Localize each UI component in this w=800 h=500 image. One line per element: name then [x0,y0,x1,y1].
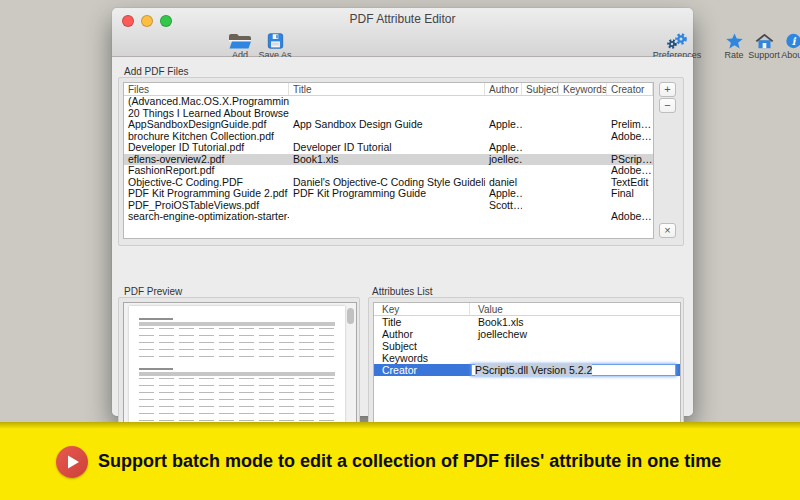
table-row[interactable]: PDF_ProiOSTableViews.pdfScott… [124,200,653,212]
table-row[interactable]: brochure Kitchen Collection.pdfAdobe… [124,131,653,143]
add-file-button[interactable]: + [659,82,676,97]
creator-value-field[interactable]: PScript5.dll Version 5.2.2 [471,364,676,376]
gears-icon [648,33,706,49]
play-icon [56,446,88,478]
add-button[interactable]: Add [226,33,254,60]
preview-scrollbar-thumb[interactable] [347,308,354,324]
pdf-page-table-2 [139,368,335,424]
play-button[interactable] [56,446,88,478]
files-panel-title: Add PDF Files [124,66,188,77]
preferences-button[interactable]: Preferences [648,33,706,60]
attribute-row[interactable]: Subject [374,340,680,352]
attributes-table[interactable]: Key Value Title Book1.xls Author joellec… [373,302,681,428]
column-header-creator[interactable]: Creator [607,83,653,95]
table-row[interactable]: PDF Kit Programming Guide 2.pdfPDF Kit P… [124,188,653,200]
remove-file-button[interactable]: − [659,98,676,113]
preview-panel [118,297,360,439]
attributes-table-header: Key Value [374,303,680,316]
pdf-preview-scrollview[interactable] [123,302,357,428]
column-header-author[interactable]: Author [485,83,522,95]
attribute-row[interactable]: Keywords [374,352,680,364]
about-button[interactable]: i About [778,33,800,60]
attribute-row-selected[interactable]: Creator PScript5.dll Version 5.2.2 [374,364,680,376]
clear-files-button[interactable]: × [659,223,676,238]
table-row[interactable]: FashionReport.pdfAdobe… [124,165,653,177]
titlebar[interactable]: PDF Attribute Editor [112,8,693,30]
column-header-title[interactable]: Title [289,83,485,95]
save-as-button[interactable]: Save As [255,33,295,60]
files-table[interactable]: Files Title Author Subject Keywords Crea… [123,82,654,239]
pdf-page-table-1 [139,318,335,362]
attributes-panel: Key Value Title Book1.xls Author joellec… [368,297,684,439]
files-table-header: Files Title Author Subject Keywords Crea… [124,83,653,96]
window-title: PDF Attribute Editor [112,12,693,26]
table-row-selected[interactable]: eflens-overview2.pdfBook1.xlsjoellec…PSc… [124,154,653,166]
window-content: Add PDF Files Files Title Author Subject… [112,57,693,416]
window-chrome: PDF Attribute Editor Add [112,8,693,57]
column-header-subject[interactable]: Subject [522,83,559,95]
save-floppy-icon [255,33,295,49]
column-header-key[interactable]: Key [374,303,470,315]
files-panel: Files Title Author Subject Keywords Crea… [118,77,684,246]
attribute-row[interactable]: Author joellechew [374,328,680,340]
table-row[interactable]: Developer ID Tutorial.pdfDeveloper ID Tu… [124,142,653,154]
column-header-files[interactable]: Files [124,83,289,95]
selected-text: PScript5.dll Version 5.2.2 [475,364,592,376]
table-row[interactable]: 20 Things I Learned About Browsers a… [124,108,653,120]
table-row[interactable]: (Advanced.Mac.OS.X.Programming.Th… [124,96,653,108]
column-header-value[interactable]: Value [470,303,680,315]
table-row[interactable]: Objective-C Coding.PDFDaniel's Objective… [124,177,653,189]
preview-panel-title: PDF Preview [124,286,182,297]
info-icon: i [778,33,800,49]
table-row[interactable]: search-engine-optimization-starter-gui…A… [124,211,653,223]
banner-text: Support batch mode to edit a collection … [98,422,778,500]
app-window: PDF Attribute Editor Add [112,8,693,416]
pdf-preview-page [129,306,345,426]
add-folder-icon [226,33,254,49]
attribute-row[interactable]: Title Book1.xls [374,316,680,328]
table-row[interactable]: AppSandboxDesignGuide.pdfApp Sandbox Des… [124,119,653,131]
column-header-keywords[interactable]: Keywords [559,83,607,95]
attributes-panel-title: Attributes List [372,286,433,297]
